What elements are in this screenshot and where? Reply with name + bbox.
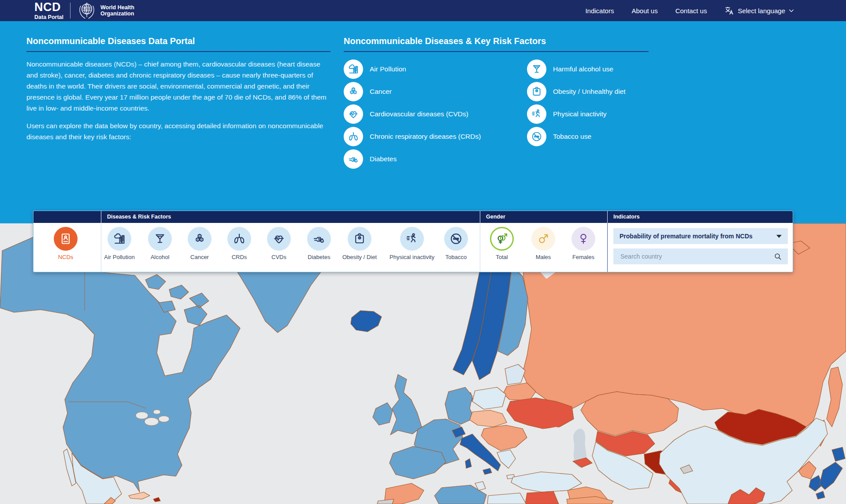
hero-intro: Noncommunicable Diseases Data Portal Non… <box>26 36 330 142</box>
heart-ecg-icon <box>267 227 291 251</box>
nav-links: Indicators About us Contact us Select la… <box>585 6 794 15</box>
risk-factors-overview: Noncommunicable Diseases & Key Risk Fact… <box>344 36 649 170</box>
logo-subtitle: Data Portal <box>34 15 63 20</box>
language-selector[interactable]: Select language <box>724 6 794 15</box>
risk-item-crd[interactable]: Chronic respiratory diseases (CRDs) <box>344 125 527 148</box>
title-underline <box>344 51 649 52</box>
nav-link-contact-us[interactable]: Contact us <box>675 7 707 15</box>
air-pollution-icon <box>344 59 363 79</box>
gender-total-icon <box>490 227 514 251</box>
section-title-indicators: Indicators <box>613 211 640 223</box>
female-symbol-icon <box>571 227 595 251</box>
no-smoking-icon <box>444 227 468 251</box>
filter-panel-header: Diseases & Risk Factors Gender Indicator… <box>33 211 793 223</box>
weight-scale-icon <box>527 82 546 101</box>
page-title: Noncommunicable Diseases Data Portal <box>26 36 330 46</box>
country-egypt[interactable] <box>525 491 559 504</box>
air-pollution-icon <box>108 227 131 251</box>
filter-panel: Diseases & Risk Factors Gender Indicator… <box>33 211 793 272</box>
intro-paragraph-2: Users can explore the data below by coun… <box>26 120 330 142</box>
runner-icon <box>527 104 546 124</box>
risk-item-tobacco[interactable]: Tobacco use <box>527 125 649 148</box>
translate-icon <box>724 6 734 15</box>
intro-paragraph-1: Noncommunicable diseases (NCDs) – chief … <box>26 59 330 114</box>
diabetes-hand-icon <box>344 149 363 169</box>
who-logo: World Health Organization <box>77 1 134 20</box>
risk-item-cancer[interactable]: Cancer <box>344 80 527 103</box>
search-country-input[interactable] <box>620 252 774 260</box>
risk-item-cvd[interactable]: Cardiovascular diseases (CVDs) <box>344 103 527 125</box>
ncds-report-icon <box>54 227 78 251</box>
lungs-icon <box>227 227 251 251</box>
country-germany[interactable] <box>445 387 474 424</box>
filter-ncds[interactable]: NCDs <box>41 227 90 260</box>
cancer-icon <box>344 82 363 101</box>
who-name: World Health Organization <box>100 4 134 17</box>
filter-physical-inactivity[interactable]: Physical inactivity <box>386 227 438 260</box>
chevron-down-icon <box>789 9 794 13</box>
risk-factors-title: Noncommunicable Diseases & Key Risk Fact… <box>344 36 649 46</box>
risk-item-obesity[interactable]: Obesity / Unhealthy diet <box>527 80 649 103</box>
risk-item-air-pollution[interactable]: Air Pollution <box>344 58 527 80</box>
country-search <box>613 248 788 264</box>
header-divider <box>480 211 480 223</box>
nav-link-indicators[interactable]: Indicators <box>585 7 614 15</box>
filter-gender-females[interactable]: Females <box>559 227 608 260</box>
nav-link-about-us[interactable]: About us <box>631 7 657 15</box>
diabetes-hand-icon <box>307 227 331 251</box>
heart-ecg-icon <box>344 104 363 124</box>
lungs-icon <box>344 127 363 146</box>
indicator-dropdown[interactable]: Probability of premature mortality from … <box>613 228 788 244</box>
logo-divider <box>70 3 70 19</box>
filter-obesity-diet[interactable]: Obesity / Diet <box>335 227 384 260</box>
martini-glass-icon <box>527 59 546 79</box>
who-emblem-icon <box>77 1 96 20</box>
top-navbar: NCD Data Portal World Health Organizatio… <box>0 0 846 21</box>
cancer-cells-icon <box>188 227 212 251</box>
risk-list-column-2: Harmful alcohol use Obesity / Unhealthy … <box>527 58 649 170</box>
weight-scale-icon <box>348 227 371 251</box>
risk-item-diabetes[interactable]: Diabetes <box>344 148 527 170</box>
filter-tobacco[interactable]: Tobacco <box>432 227 480 260</box>
hero-section: Noncommunicable Diseases Data Portal Non… <box>0 21 846 223</box>
logo-group[interactable]: NCD Data Portal World Health Organizatio… <box>34 1 134 20</box>
header-divider <box>607 211 608 223</box>
section-title-diseases: Diseases & Risk Factors <box>107 211 171 223</box>
runner-icon <box>400 227 424 251</box>
risk-list-column-1: Air Pollution Cancer Cardiovascular dise… <box>344 58 527 170</box>
male-symbol-icon <box>531 227 555 251</box>
title-underline <box>26 51 330 52</box>
header-divider <box>101 211 101 223</box>
caret-down-icon <box>776 235 782 238</box>
risk-item-alcohol[interactable]: Harmful alcohol use <box>527 58 649 80</box>
no-smoking-icon <box>527 127 546 146</box>
section-title-gender: Gender <box>486 211 505 223</box>
risk-item-inactivity[interactable]: Physical inactivity <box>527 103 649 125</box>
indicator-selected-value: Probability of premature mortality from … <box>620 233 753 240</box>
search-icon[interactable] <box>774 252 782 260</box>
language-label: Select language <box>738 7 785 15</box>
ncd-logo: NCD Data Portal <box>34 1 63 20</box>
ncd-data-portal-page: NCD Data Portal World Health Organizatio… <box>0 0 846 504</box>
martini-glass-icon <box>148 227 172 251</box>
logo-title: NCD <box>34 1 63 13</box>
